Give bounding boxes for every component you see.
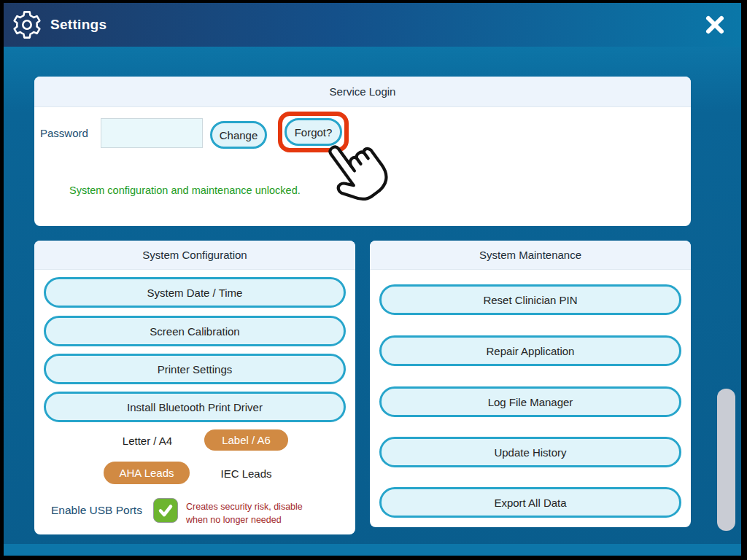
system-maintenance-header: System Maintenance [370, 241, 691, 270]
service-login-title: Service Login [330, 85, 396, 98]
system-maintenance-title: System Maintenance [479, 249, 581, 261]
enable-usb-ports-checkbox[interactable] [153, 498, 178, 523]
system-date-time-button[interactable]: System Date / Time [44, 277, 346, 308]
leads-option-iec[interactable]: IEC Leads [208, 462, 285, 485]
page-title: Settings [50, 17, 107, 33]
gear-icon [11, 9, 43, 41]
log-file-manager-button[interactable]: Log File Manager [379, 386, 681, 417]
scrollbar-thumb[interactable] [717, 389, 735, 531]
unlock-status-message: System configuration and maintenance unl… [69, 184, 301, 196]
device-screen: Settings Service Login Password Change F… [0, 0, 747, 560]
system-configuration-title: System Configuration [142, 249, 247, 261]
system-configuration-panel: System Configuration System Date / Time … [34, 241, 355, 534]
service-login-panel: Service Login Password Change Forgot? Sy… [34, 77, 691, 226]
service-login-header: Service Login [34, 77, 691, 107]
change-password-button[interactable]: Change [210, 121, 267, 149]
password-label: Password [40, 118, 88, 148]
system-configuration-header: System Configuration [34, 241, 355, 270]
export-all-data-button[interactable]: Export All Data [379, 487, 681, 518]
usb-security-warning: Creates security risk, disable when no l… [186, 500, 339, 526]
settings-screen: Settings Service Login Password Change F… [4, 3, 741, 556]
install-bluetooth-print-driver-button[interactable]: Install Bluetooth Print Driver [44, 392, 346, 422]
enable-usb-ports-label: Enable USB Ports [51, 497, 142, 524]
forgot-password-button[interactable]: Forgot? [285, 118, 342, 146]
leads-option-aha-selected[interactable]: AHA Leads [104, 462, 190, 484]
paper-option-letter-a4[interactable]: Letter / A4 [107, 430, 187, 451]
reset-clinician-pin-button[interactable]: Reset Clinician PIN [379, 284, 681, 315]
repair-application-button[interactable]: Repair Application [379, 335, 681, 366]
paper-option-label-a6-selected[interactable]: Label / A6 [204, 429, 288, 451]
usb-warning-line1: Creates security risk, disable [186, 500, 339, 513]
bottom-accent-strip [4, 544, 741, 556]
update-history-button[interactable]: Update History [379, 437, 681, 467]
forgot-highlight-annotation: Forgot? [278, 112, 349, 152]
password-input[interactable] [101, 118, 203, 148]
close-icon[interactable] [703, 13, 727, 36]
printer-settings-button[interactable]: Printer Settings [44, 354, 346, 384]
usb-warning-line2: when no longer needed [186, 513, 339, 526]
screen-calibration-button[interactable]: Screen Calibration [44, 316, 346, 346]
system-maintenance-panel: System Maintenance Reset Clinician PIN R… [370, 241, 691, 527]
title-bar: Settings [4, 3, 741, 47]
check-icon [157, 502, 174, 519]
